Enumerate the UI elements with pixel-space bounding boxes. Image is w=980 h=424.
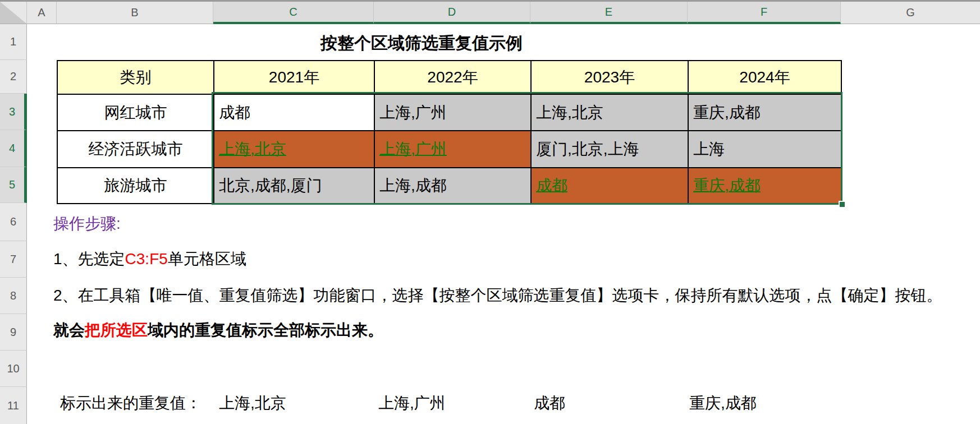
cell-e3[interactable]: 上海,北京 — [531, 94, 688, 131]
column-header-d[interactable]: D — [374, 2, 530, 24]
column-header-bar: A B C D E F G — [0, 0, 980, 24]
row-header-4[interactable]: 4 — [0, 130, 27, 167]
column-header-c[interactable]: C — [213, 2, 374, 24]
cell-e4[interactable]: 厦门,北京,上海 — [531, 131, 688, 168]
row-header-11[interactable]: 11 — [0, 387, 27, 424]
row-header-8[interactable]: 8 — [0, 278, 27, 314]
duplicate-value: 上海,广州 — [379, 140, 447, 158]
step-2-line[interactable]: 2、在工具箱【唯一值、重复值筛选】功能窗口，选择【按整个区域筛选重复值】选项卡，… — [53, 285, 942, 306]
cell-d3[interactable]: 上海,广州 — [374, 94, 531, 131]
duplicate-value: 重庆,成都 — [693, 177, 761, 194]
result-line[interactable]: 就会把所选区域内的重复值标示全部标示出来。 — [53, 320, 383, 341]
duplicate-summary-value-4[interactable]: 重庆,成都 — [689, 393, 757, 414]
duplicate-summary-value-2[interactable]: 上海,广州 — [378, 393, 446, 414]
cell-f5-duplicate[interactable]: 重庆,成都 — [688, 168, 841, 204]
duplicate-summary-value-3[interactable]: 成都 — [534, 393, 565, 414]
cell-e5-duplicate[interactable]: 成都 — [531, 168, 688, 204]
table-row: 网红城市 成都 上海,广州 上海,北京 重庆,成都 — [57, 94, 841, 131]
header-cell-2021[interactable]: 2021年 — [214, 61, 374, 94]
duplicates-summary-label[interactable]: 标示出来的重复值： — [60, 393, 202, 414]
cell-c3[interactable]: 成都 — [214, 94, 374, 131]
result-highlight: 把所选区 — [85, 321, 148, 339]
category-cell[interactable]: 经济活跃城市 — [57, 131, 214, 168]
step-1-prefix: 1、先选定 — [53, 250, 125, 268]
row-header-3[interactable]: 3 — [0, 94, 27, 130]
row-header-1[interactable]: 1 — [0, 24, 27, 60]
cell-c4-duplicate[interactable]: 上海,北京 — [214, 131, 374, 168]
cell-d5[interactable]: 上海,成都 — [374, 168, 531, 204]
category-cell[interactable]: 旅游城市 — [57, 168, 214, 204]
data-table: 类别 2021年 2022年 2023年 2024年 网红城市 成都 上海,广州… — [57, 60, 842, 204]
header-cell-category[interactable]: 类别 — [57, 61, 214, 94]
column-header-b[interactable]: B — [57, 2, 213, 24]
row-header-7[interactable]: 7 — [0, 241, 27, 278]
header-cell-2023[interactable]: 2023年 — [531, 61, 688, 94]
column-header-g[interactable]: G — [841, 2, 980, 24]
cell-f4[interactable]: 上海 — [688, 131, 841, 168]
category-cell[interactable]: 网红城市 — [57, 94, 214, 131]
fill-handle[interactable] — [839, 201, 846, 208]
row-header-strip: 1 2 3 4 5 6 7 8 9 10 11 — [0, 24, 27, 424]
column-header-f[interactable]: F — [688, 2, 841, 24]
duplicate-value: 上海,北京 — [219, 140, 286, 158]
duplicate-value: 成都 — [536, 177, 567, 194]
row-header-2[interactable]: 2 — [0, 60, 27, 94]
row-header-9[interactable]: 9 — [0, 314, 27, 351]
cell-d4-duplicate[interactable]: 上海,广州 — [374, 131, 531, 168]
select-all-corner-icon[interactable] — [0, 2, 27, 24]
table-row: 旅游城市 北京,成都,厦门 上海,成都 成都 重庆,成都 — [57, 168, 841, 204]
row-header-5[interactable]: 5 — [0, 167, 27, 203]
step-1-suffix: 单元格区域 — [168, 250, 246, 268]
row-header-6[interactable]: 6 — [0, 203, 27, 241]
table-row: 经济活跃城市 上海,北京 上海,广州 厦门,北京,上海 上海 — [57, 131, 841, 168]
header-cell-2024[interactable]: 2024年 — [688, 61, 841, 94]
steps-label[interactable]: 操作步骤: — [53, 213, 121, 234]
header-cell-2022[interactable]: 2022年 — [374, 61, 531, 94]
step-1-range-highlight: C3:F5 — [125, 250, 168, 268]
column-header-e[interactable]: E — [530, 2, 688, 24]
result-prefix: 就会 — [53, 321, 85, 339]
sheet-title[interactable]: 按整个区域筛选重复值示例 — [57, 32, 786, 55]
duplicate-summary-value-1[interactable]: 上海,北京 — [219, 393, 286, 414]
cell-f3[interactable]: 重庆,成都 — [688, 94, 841, 131]
spreadsheet-app: A B C D E F G 1 2 3 4 5 6 7 8 9 10 11 按整… — [0, 0, 980, 424]
step-1-line[interactable]: 1、先选定C3:F5单元格区域 — [53, 248, 246, 270]
table-header-row: 类别 2021年 2022年 2023年 2024年 — [57, 61, 841, 94]
result-suffix: 域内的重复值标示全部标示出来。 — [148, 321, 383, 339]
row-header-10[interactable]: 10 — [0, 351, 27, 387]
column-header-a[interactable]: A — [27, 2, 57, 24]
cell-c5[interactable]: 北京,成都,厦门 — [214, 168, 374, 204]
